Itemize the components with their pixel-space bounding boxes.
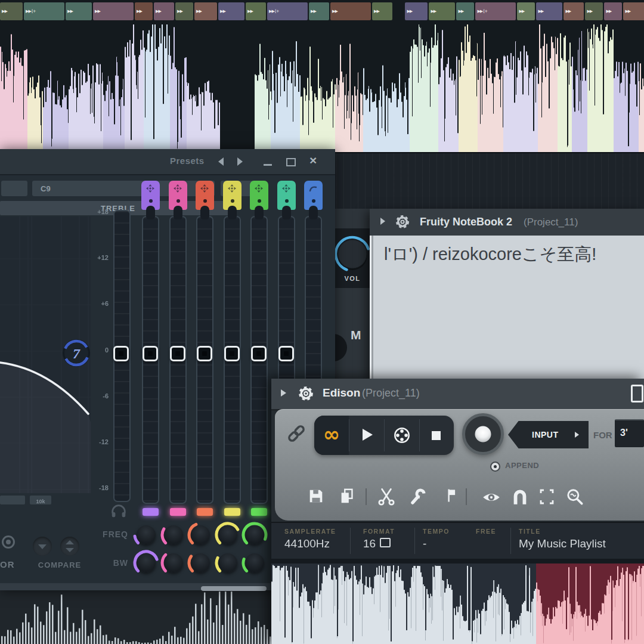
playlist-clip-header[interactable]: ▶▶ bbox=[66, 2, 92, 20]
link-icon[interactable] bbox=[286, 423, 307, 444]
eq-band-type-icon bbox=[308, 184, 318, 193]
eq-band-3-bw-knob[interactable] bbox=[187, 550, 213, 576]
playlist-clip-header[interactable]: ▶▶ bbox=[175, 2, 193, 20]
save-icon[interactable] bbox=[307, 487, 325, 507]
monitor-icon[interactable] bbox=[2, 535, 15, 549]
eq-band-4-bw-knob[interactable] bbox=[215, 550, 241, 576]
collapse-arrow-icon[interactable] bbox=[281, 389, 286, 397]
gear-icon[interactable] bbox=[395, 214, 410, 230]
eq-band-1-bw-knob[interactable] bbox=[133, 550, 159, 576]
info-value-format[interactable]: 16 bbox=[363, 537, 391, 550]
stop-button[interactable] bbox=[420, 416, 454, 455]
preset-next-icon[interactable] bbox=[237, 157, 243, 166]
notebook-page[interactable]: l'ロ') / reizokocoreこそ至高! bbox=[370, 236, 644, 379]
detach-window-icon[interactable] bbox=[631, 385, 643, 402]
playlist-clip-header[interactable]: ▶▶ bbox=[405, 2, 428, 20]
horizontal-scrollbar[interactable] bbox=[201, 586, 267, 591]
eq-band-4-slider-handle[interactable] bbox=[224, 346, 240, 361]
playlist-clip-headers[interactable]: ▶▶▶▶ [+▶▶▶▶▶▶▶▶▶▶▶▶▶▶▶▶▶▶ [+▶▶▶▶▶▶▶▶▶▶▶▶… bbox=[0, 2, 644, 21]
playlist-clip-header[interactable]: ▶▶ [+ bbox=[24, 2, 64, 20]
close-icon[interactable]: × bbox=[309, 153, 317, 168]
eq-key-box[interactable] bbox=[1, 181, 27, 196]
eq-band-1-freq-knob[interactable] bbox=[133, 522, 159, 548]
playlist-waveforms[interactable] bbox=[0, 23, 644, 152]
compare-b-button[interactable] bbox=[60, 537, 79, 556]
eq-band-2-slider-handle[interactable] bbox=[170, 346, 185, 361]
playlist-clip-header[interactable]: ▶▶ bbox=[604, 2, 622, 20]
eq-note-box[interactable]: C9 bbox=[32, 181, 215, 196]
playlist-clip-header[interactable]: ▶▶ bbox=[135, 2, 153, 20]
volume-knob[interactable] bbox=[335, 236, 371, 273]
edison-waveform-editor[interactable] bbox=[271, 564, 644, 644]
mute-label: M bbox=[351, 328, 361, 342]
edison-titlebar[interactable]: Edison (Project_11) bbox=[271, 379, 644, 411]
eq-band-3-slider-handle[interactable] bbox=[197, 346, 212, 361]
playlist-clip-header[interactable]: ▶▶ bbox=[585, 2, 603, 20]
playlist-clip-header[interactable]: ▶▶ bbox=[330, 2, 371, 20]
eq-band-5-bw-knob[interactable] bbox=[242, 550, 268, 576]
collapse-arrow-icon[interactable] bbox=[380, 218, 385, 225]
eq-band-solo-led[interactable] bbox=[224, 508, 240, 516]
playlist-clip-header[interactable]: ▶▶ [+ bbox=[267, 2, 308, 20]
loop-record-button[interactable]: ∞ bbox=[314, 416, 349, 455]
playlist-clip-header[interactable]: ▶▶ bbox=[456, 2, 474, 20]
playlist-clip-header[interactable]: ▶▶ bbox=[93, 2, 134, 20]
select-region-icon[interactable] bbox=[537, 487, 556, 509]
eye-icon[interactable] bbox=[481, 487, 501, 510]
eq-band-solo-led[interactable] bbox=[143, 508, 159, 516]
wrench-icon[interactable] bbox=[408, 487, 428, 509]
flag-icon[interactable] bbox=[443, 487, 460, 506]
notebook-titlebar[interactable]: Fruity NoteBook 2 (Project_11) bbox=[370, 209, 644, 237]
playlist-clip-header[interactable]: ▶▶ bbox=[564, 2, 584, 20]
eq-band-solo-led[interactable] bbox=[251, 508, 267, 516]
playlist-clip-header[interactable]: ▶▶ bbox=[194, 2, 217, 20]
eq-band-led-dot bbox=[203, 199, 207, 203]
eq-band-4-freq-knob[interactable] bbox=[215, 522, 241, 548]
record-button[interactable] bbox=[462, 413, 504, 455]
playlist-clip-header[interactable]: ▶▶ bbox=[372, 2, 392, 20]
scissors-icon[interactable] bbox=[376, 486, 397, 509]
eq-band-6-slider-handle[interactable] bbox=[278, 346, 294, 361]
maximize-icon[interactable] bbox=[286, 158, 296, 166]
zoom-tool-icon[interactable] bbox=[565, 487, 585, 510]
headphones-icon[interactable] bbox=[110, 502, 128, 520]
minimize-icon[interactable] bbox=[264, 164, 272, 166]
eq-main-level-handle[interactable] bbox=[113, 346, 129, 361]
preview-reel-button[interactable] bbox=[385, 416, 419, 455]
playlist-clip-header[interactable]: ▶▶ bbox=[429, 2, 455, 20]
eq-curve-display[interactable]: 7 bbox=[0, 216, 91, 493]
eq-band-5-freq-knob[interactable] bbox=[242, 522, 268, 548]
playlist-clip-header[interactable]: ▶▶ bbox=[154, 2, 174, 20]
playlist-clip-header[interactable]: ▶▶ bbox=[536, 2, 562, 20]
compare-a-button[interactable] bbox=[33, 537, 52, 556]
eq-band-2-bw-knob[interactable] bbox=[160, 550, 187, 576]
eq-band-solo-led[interactable] bbox=[197, 508, 213, 516]
input-source-button[interactable]: INPUT bbox=[508, 421, 589, 448]
info-value-title[interactable]: My Music Playlist bbox=[519, 537, 606, 550]
preset-prev-icon[interactable] bbox=[218, 157, 224, 166]
eq-band7-graph-handle[interactable]: 7 bbox=[73, 346, 80, 361]
playlist-clip-header[interactable]: ▶▶ bbox=[0, 2, 23, 20]
eq-band-5-slider-handle[interactable] bbox=[251, 346, 267, 361]
notebook-text[interactable]: l'ロ') / reizokocoreこそ至高! bbox=[384, 243, 642, 267]
magnet-icon[interactable] bbox=[510, 487, 530, 510]
playlist-clip-header[interactable]: ▶▶ bbox=[246, 2, 266, 20]
playlist-clip-header[interactable]: ▶▶ bbox=[309, 2, 329, 20]
append-radio[interactable] bbox=[490, 462, 500, 472]
playlist-clip-header[interactable]: ▶▶ bbox=[218, 2, 244, 20]
eq-band-3-freq-knob[interactable] bbox=[187, 522, 213, 548]
playlist-clip-header[interactable]: ▶▶ bbox=[623, 2, 644, 20]
copy-icon[interactable] bbox=[338, 487, 356, 507]
gear-icon[interactable] bbox=[298, 385, 314, 402]
eq-band-1-slider-handle[interactable] bbox=[143, 346, 158, 361]
clip-double-arrow-icon: ▶▶ bbox=[587, 9, 592, 14]
playlist-clip-header[interactable]: ▶▶ [+ bbox=[475, 2, 516, 20]
eq-band-solo-led[interactable] bbox=[170, 508, 186, 516]
eq-band-2-freq-knob[interactable] bbox=[160, 522, 187, 548]
hidden-knob[interactable] bbox=[335, 334, 347, 361]
eq-freq-label: FREQ bbox=[100, 530, 128, 539]
play-button[interactable] bbox=[349, 416, 384, 455]
eq-titlebar[interactable]: Presets × bbox=[0, 149, 335, 175]
record-length-box[interactable]: 3' bbox=[615, 419, 644, 447]
playlist-clip-header[interactable]: ▶▶ bbox=[517, 2, 535, 20]
